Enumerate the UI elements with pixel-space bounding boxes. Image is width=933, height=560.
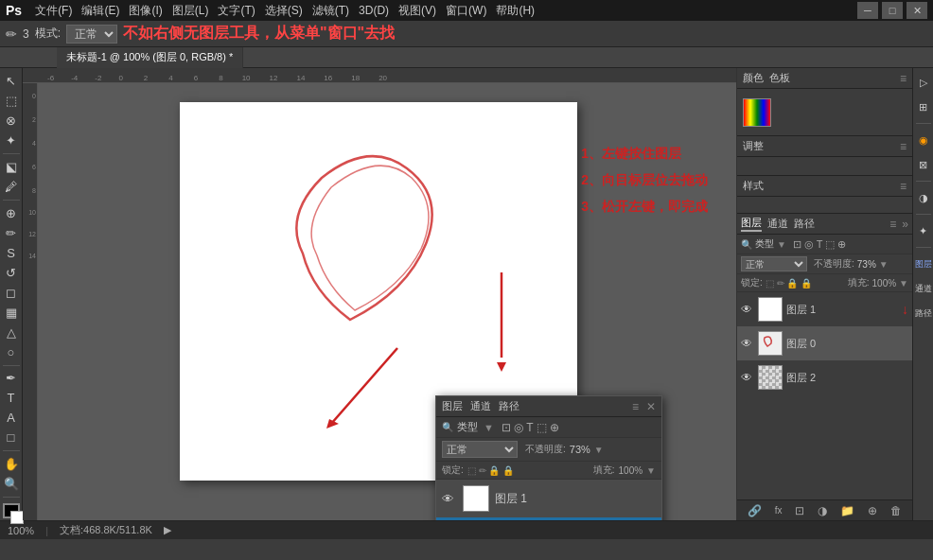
layers-name-2: 图层 2 (786, 371, 816, 385)
layers-panel-expand[interactable]: » (902, 218, 908, 231)
wand-tool[interactable]: ✦ (1, 131, 22, 149)
foreground-color[interactable] (3, 503, 20, 518)
stamp-tool[interactable]: S (1, 244, 22, 262)
maximize-button[interactable]: □ (882, 2, 903, 19)
menu-image[interactable]: 图像(I) (129, 3, 162, 19)
layers-blend-select[interactable]: 正常 (741, 256, 807, 271)
layers-fill-arrow[interactable]: ▼ (899, 278, 908, 289)
layers-drag-arrow: ↓ (902, 302, 908, 317)
blend-mode-select[interactable]: 正常 (66, 25, 117, 44)
strip-styles[interactable]: ✦ (913, 220, 934, 241)
strip-btn-2[interactable]: ⊞ (913, 96, 934, 117)
overlay-lock-row: 锁定: ⬚ ✏ 🔒 🔒 填充: 100% ▼ (436, 462, 661, 480)
menu-layer[interactable]: 图层(L) (172, 3, 209, 19)
strip-paths[interactable]: 路径 (913, 303, 934, 324)
swatches-tab[interactable]: 色板 (769, 71, 790, 85)
overlay-layer-1[interactable]: 👁 图层 1 (436, 480, 661, 517)
minimize-button[interactable]: ─ (857, 2, 878, 19)
background-color[interactable] (10, 511, 24, 524)
layers-fx-btn[interactable]: fx (775, 505, 783, 516)
layers-tab[interactable]: 图层 (741, 216, 762, 232)
layers-type-arrow[interactable]: ▼ (777, 239, 786, 250)
strip-layers[interactable]: 图层 (913, 254, 934, 274)
menu-window[interactable]: 窗口(W) (446, 3, 486, 19)
layers-thumb-sketch-0 (759, 332, 782, 355)
overlay-layer-0[interactable]: 👁 图层 0 (436, 517, 661, 520)
crop-tool[interactable]: ⬕ (1, 158, 22, 176)
layers-eye-1[interactable]: 👁 (741, 303, 754, 316)
color-panel-expand[interactable]: ≡ (900, 72, 907, 85)
status-arrow[interactable]: ▶ (164, 524, 171, 536)
styles-tab[interactable]: 样式 (743, 179, 764, 193)
close-button[interactable]: ✕ (907, 2, 927, 19)
text-tool[interactable]: T (1, 389, 22, 407)
menu-file[interactable]: 文件(F) (35, 3, 72, 19)
strip-btn-1[interactable]: ▷ (913, 72, 934, 93)
overlay-tab-channels[interactable]: 通道 (470, 399, 491, 413)
layers-opacity-arrow[interactable]: ▼ (879, 259, 889, 270)
layers-item-1[interactable]: 👁 图层 1 ↓ (737, 292, 912, 326)
lasso-tool[interactable]: ⊗ (1, 112, 22, 130)
overlay-tab-layers[interactable]: 图层 (442, 399, 463, 413)
overlay-tab-paths[interactable]: 路径 (499, 399, 519, 413)
menu-text[interactable]: 文字(T) (218, 3, 255, 19)
styles-expand[interactable]: ≡ (900, 180, 907, 193)
layers-new-btn[interactable]: ⊕ (868, 504, 877, 517)
paths-tab[interactable]: 路径 (794, 217, 815, 231)
overlay-fill-arrow[interactable]: ▼ (646, 465, 656, 476)
eyedropper-tool[interactable]: 🖉 (1, 178, 22, 196)
color-spectrum[interactable] (743, 98, 771, 127)
path-tool[interactable]: A (1, 409, 22, 427)
layers-eye-0[interactable]: 👁 (741, 337, 754, 350)
dodge-tool[interactable]: ○ (1, 343, 22, 361)
document-tab[interactable]: 未标题-1 @ 100% (图层 0, RGB/8) * (57, 47, 243, 68)
layers-panel-menu[interactable]: ≡ (889, 218, 896, 231)
layers-name-1: 图层 1 (786, 303, 816, 317)
layers-item-0[interactable]: 👁 图层 0 (737, 326, 912, 360)
menu-help[interactable]: 帮助(H) (496, 3, 535, 19)
adjustments-tab[interactable]: 调整 (743, 139, 764, 153)
strip-channels[interactable]: 通道 (913, 278, 934, 299)
move-tool[interactable]: ↖ (1, 72, 22, 90)
layers-link-btn[interactable]: 🔗 (748, 504, 762, 517)
layers-group-btn[interactable]: 📁 (840, 504, 854, 517)
ruler-mark-0: -6 (47, 74, 54, 82)
select-tool[interactable]: ⬚ (1, 92, 22, 110)
overlay-eye-1[interactable]: 👁 (442, 492, 457, 506)
heal-tool[interactable]: ⊕ (1, 204, 22, 222)
overlay-blend-select[interactable]: 正常 (442, 441, 518, 458)
blur-tool[interactable]: △ (1, 324, 22, 341)
ruler-v-6: 12 (28, 231, 36, 237)
eraser-tool[interactable]: ◻ (1, 284, 22, 302)
gradient-tool[interactable]: ▦ (1, 304, 22, 322)
layers-adj-btn[interactable]: ◑ (818, 504, 827, 517)
brush-tool[interactable]: ✏ (1, 224, 22, 242)
layers-mask-btn[interactable]: ⊡ (795, 504, 804, 517)
overlay-type-arrow[interactable]: ▼ (484, 422, 494, 433)
menu-filter[interactable]: 滤镜(T) (312, 3, 349, 19)
ruler-mark-4: 2 (144, 74, 148, 82)
pen-tool[interactable]: ✒ (1, 369, 22, 387)
channels-tab[interactable]: 通道 (767, 217, 788, 231)
menu-view[interactable]: 视图(V) (398, 3, 436, 19)
color-tab[interactable]: 颜色 (743, 71, 764, 85)
menu-edit[interactable]: 编辑(E) (81, 3, 119, 19)
adjustments-panel-header: 调整 ≡ (737, 136, 912, 157)
overlay-panel-close[interactable]: ✕ (646, 400, 656, 413)
strip-color[interactable]: ◉ (913, 130, 934, 150)
strip-swatches[interactable]: ⊠ (913, 154, 934, 175)
strip-adjustments[interactable]: ◑ (913, 187, 934, 208)
zoom-tool[interactable]: 🔍 (1, 475, 22, 493)
overlay-panel-menu[interactable]: ≡ (632, 400, 639, 413)
history-brush-tool[interactable]: ↺ (1, 264, 22, 282)
layers-delete-btn[interactable]: 🗑 (890, 504, 902, 517)
menu-select[interactable]: 选择(S) (265, 3, 303, 19)
overlay-opacity-arrow[interactable]: ▼ (594, 445, 604, 455)
hand-tool[interactable]: ✋ (1, 455, 22, 473)
adjustments-expand[interactable]: ≡ (900, 140, 907, 153)
layers-thumb-1 (758, 297, 783, 322)
layers-eye-2[interactable]: 👁 (741, 371, 754, 384)
shape-tool[interactable]: □ (1, 429, 22, 446)
layers-item-2[interactable]: 👁 图层 2 (737, 360, 912, 394)
menu-3d[interactable]: 3D(D) (359, 4, 389, 17)
